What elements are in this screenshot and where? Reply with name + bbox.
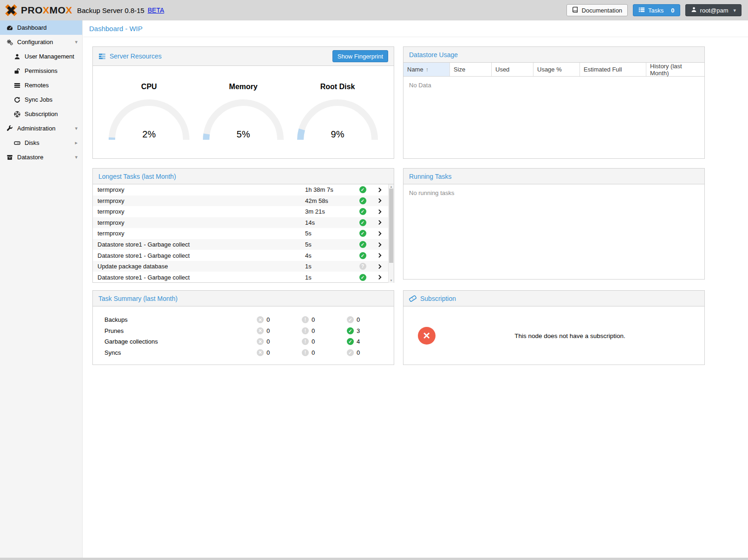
warning-circle-icon (302, 349, 309, 356)
error-count: 0 (267, 316, 270, 323)
column-header[interactable]: History (last Month) (646, 63, 704, 76)
sidebar: Dashboard Configuration User Management … (0, 20, 83, 558)
scroll-down-icon[interactable]: ▼ (389, 278, 394, 283)
column-header[interactable]: Name (403, 63, 450, 76)
task-name: Update package database (93, 263, 305, 270)
sidebar-item-disks[interactable]: Disks (0, 136, 82, 150)
column-header[interactable]: Size (450, 63, 492, 76)
task-row[interactable]: Datastore store1 - Garbage collect 1s (93, 272, 388, 283)
server-resources-panel: Server Resources Show Fingerprint CPU 2%… (92, 46, 394, 159)
task-type-label: Backups (104, 316, 257, 323)
task-name: termproxy (93, 197, 305, 204)
main-content: Dashboard - WIP Server Resources Show Fi… (83, 20, 748, 558)
task-name: termproxy (93, 219, 305, 226)
running-tasks-title: Running Tasks (409, 173, 452, 180)
error-count: 0 (267, 349, 270, 356)
task-row[interactable]: Datastore store1 - Garbage collect 4s (93, 250, 388, 261)
task-type-label: Garbage collections (104, 338, 257, 345)
cpu-gauge: CPU 2% (105, 66, 193, 142)
tasks-count-badge: 0 (671, 7, 674, 14)
sidebar-item-dashboard[interactable]: Dashboard (0, 20, 82, 35)
proxmox-logo: PROXMOX (5, 4, 72, 17)
sidebar-item-permissions[interactable]: Permissions (0, 64, 82, 78)
user-icon (13, 53, 21, 60)
life-ring-icon (13, 111, 21, 118)
column-header[interactable]: Used (492, 63, 533, 76)
warning-circle-icon (302, 327, 309, 334)
user-menu-button[interactable]: root@pam (685, 4, 741, 16)
task-type-label: Syncs (104, 349, 257, 356)
task-row[interactable]: termproxy 14s (93, 217, 388, 228)
column-header[interactable]: Estimated Full (580, 63, 646, 76)
ok-count: 3 (357, 327, 360, 334)
error-count: 0 (267, 338, 270, 345)
task-status-icon (359, 197, 366, 204)
column-header[interactable]: Usage % (533, 63, 580, 76)
task-summary-title: Task Summary (last Month) (98, 295, 177, 302)
subscription-title: Subscription (409, 295, 456, 302)
task-open-chevron-icon[interactable] (371, 253, 388, 258)
task-status-icon (359, 219, 366, 226)
no-subscription-x-icon (418, 327, 436, 345)
task-row[interactable]: termproxy 1h 38m 7s (93, 184, 388, 195)
warning-circle-icon (302, 316, 309, 323)
sidebar-item-subscription[interactable]: Subscription (0, 107, 82, 121)
task-row[interactable]: Update package database 1s (93, 261, 388, 272)
task-duration: 5s (305, 230, 354, 237)
longest-tasks-panel: Longest Tasks (last Month) termproxy 1h … (92, 168, 394, 283)
gears-icon (6, 39, 13, 46)
cpu-gauge-value: 2% (105, 129, 193, 140)
task-open-chevron-icon[interactable] (371, 220, 388, 225)
task-open-chevron-icon[interactable] (371, 274, 388, 280)
sidebar-item-user-management[interactable]: User Management (0, 49, 82, 64)
task-open-chevron-icon[interactable] (371, 231, 388, 236)
task-duration: 1h 38m 7s (305, 186, 354, 193)
task-row[interactable]: termproxy 5s (93, 228, 388, 239)
sidebar-group-configuration[interactable]: Configuration (0, 35, 82, 49)
scrollbar-thumb[interactable] (389, 189, 393, 263)
root-disk-gauge-value: 9% (293, 129, 382, 140)
task-open-chevron-icon[interactable] (371, 209, 388, 215)
task-status-icon (359, 230, 366, 237)
chevron-down-icon[interactable] (75, 39, 78, 45)
subscription-panel: Subscription This node does not have a s… (403, 290, 705, 365)
task-row[interactable]: termproxy 42m 58s (93, 195, 388, 207)
ok-circle-icon (347, 327, 354, 334)
page-title: Dashboard - WIP (83, 20, 748, 37)
task-open-chevron-icon[interactable] (371, 198, 388, 203)
sidebar-group-administration[interactable]: Administration (0, 121, 82, 136)
memory-gauge: Memory 5% (199, 66, 287, 142)
list-bars-icon (13, 82, 21, 89)
scrollbar[interactable]: ▲ ▼ (388, 184, 394, 283)
chevron-down-icon[interactable] (75, 154, 78, 160)
task-summary-row: Syncs 0 0 0 (93, 347, 394, 358)
ok-count: 0 (357, 349, 360, 356)
task-status-icon (359, 263, 366, 270)
sort-asc-icon (426, 66, 429, 73)
error-circle-icon (257, 338, 264, 345)
task-row[interactable]: termproxy 3m 21s (93, 206, 388, 217)
chevron-down-icon[interactable] (75, 125, 78, 131)
sidebar-item-remotes[interactable]: Remotes (0, 78, 82, 92)
warning-count: 0 (312, 316, 315, 323)
task-open-chevron-icon[interactable] (371, 187, 388, 193)
task-row[interactable]: Datastore store1 - Garbage collect 5s (93, 239, 388, 250)
error-circle-icon (257, 316, 264, 323)
task-status-icon (359, 252, 366, 259)
show-fingerprint-button[interactable]: Show Fingerprint (332, 50, 388, 62)
task-open-chevron-icon[interactable] (371, 264, 388, 269)
documentation-button[interactable]: Documentation (566, 4, 628, 16)
task-name: termproxy (93, 230, 305, 237)
chevron-right-icon[interactable] (75, 140, 78, 146)
error-count: 0 (267, 327, 270, 334)
task-status-icon (359, 274, 366, 281)
server-bars-icon (98, 52, 106, 60)
memory-gauge-value: 5% (199, 129, 287, 140)
sidebar-item-sync-jobs[interactable]: Sync Jobs (0, 92, 82, 107)
beta-link[interactable]: BETA (148, 7, 164, 14)
tasks-button[interactable]: Tasks 0 (633, 4, 680, 16)
task-duration: 4s (305, 252, 354, 259)
sidebar-group-datastore[interactable]: Datastore (0, 150, 82, 164)
task-open-chevron-icon[interactable] (371, 242, 388, 247)
window-bottom-edge (0, 558, 748, 560)
